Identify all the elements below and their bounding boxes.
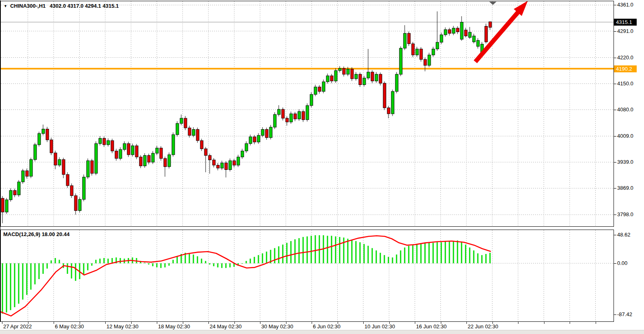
macd-histogram[interactable]	[2, 235, 491, 314]
price-axis-label: 3939.0	[617, 159, 633, 165]
chart-symbol-period: CHINA300-,H1	[10, 3, 46, 9]
current-price-badge: 4315.1	[614, 19, 637, 26]
symbol-dropdown-icon[interactable]: ▼	[4, 4, 7, 8]
time-axis-label: 6 May 02:30	[55, 323, 84, 330]
time-axis-label: 16 Jun 02:30	[416, 323, 447, 330]
candles-layer[interactable]	[1, 11, 492, 223]
hline-price-badge: 4190.2	[614, 65, 637, 72]
macd-chart[interactable]	[1, 230, 614, 321]
time-axis-label: 27 Apr 2022	[3, 323, 32, 330]
macd-axis-label: 48.62	[617, 232, 631, 238]
price-axis-tick	[614, 215, 616, 215]
price-axis-label: 4291.0	[617, 28, 633, 35]
time-axis-tick	[312, 322, 312, 324]
macd-axis-tick	[614, 235, 616, 235]
time-axis-tick	[415, 322, 415, 324]
macd-panel[interactable]: MACD(12,26,9) 18.00 20.44	[0, 230, 614, 322]
macd-indicator-label: MACD(12,26,9) 18.00 20.44	[3, 231, 69, 237]
price-axis-label: 4361.0	[617, 2, 633, 8]
price-axis-label: 4009.0	[617, 133, 633, 139]
price-axis-tick	[614, 84, 616, 84]
time-axis-tick	[466, 322, 467, 324]
time-axis[interactable]: 27 Apr 20226 May 02:3012 May 02:3018 May…	[0, 322, 644, 330]
mt4-chart-window: { "window": { "title_symbol": "CHINA300-…	[0, 0, 644, 334]
time-axis-label: 24 May 02:30	[210, 323, 242, 330]
time-axis-label: 18 May 02:30	[158, 323, 190, 330]
time-axis-label: 30 May 02:30	[261, 323, 293, 330]
window-bottom-strip	[0, 330, 644, 334]
macd-axis-tick	[614, 314, 616, 315]
candlestick-chart[interactable]	[1, 1, 614, 226]
time-axis-tick	[596, 322, 596, 324]
time-axis-tick	[570, 322, 570, 324]
time-axis-label: 10 Jun 02:30	[364, 323, 395, 330]
price-axis-label: 4150.0	[617, 80, 633, 87]
price-axis-tick	[614, 110, 616, 110]
time-axis-tick	[157, 322, 157, 324]
time-axis-tick	[2, 322, 2, 324]
time-axis-label: 12 May 02:30	[106, 323, 139, 330]
chart-title: ▼CHINA300-,H14302.0 4317.0 4294.1 4315.1	[4, 3, 119, 9]
price-axis-tick	[614, 188, 616, 189]
time-axis-tick	[105, 322, 106, 324]
price-axis-label: 4080.0	[617, 106, 633, 113]
price-axis[interactable]: 4315.1 4190.2 4361.04291.04220.04150.040…	[614, 0, 644, 322]
time-axis-tick	[260, 322, 260, 324]
macd-axis-tick	[614, 263, 616, 264]
price-axis-tick	[614, 31, 616, 32]
chart-ohlc-values: 4302.0 4317.0 4294.1 4315.1	[50, 3, 119, 9]
chart-shift-marker-icon	[489, 2, 497, 5]
trend-arrow[interactable]	[475, 1, 528, 62]
price-chart-panel[interactable]: ▼CHINA300-,H14302.0 4317.0 4294.1 4315.1	[0, 1, 614, 227]
time-axis-tick	[544, 322, 544, 324]
price-axis-tick	[614, 162, 616, 163]
macd-axis-label: -87.42	[617, 311, 632, 318]
time-axis-label: 6 Jun 02:30	[313, 323, 340, 330]
time-axis-tick	[363, 322, 364, 324]
time-axis-label: 22 Jun 02:30	[468, 323, 498, 330]
price-axis-label: 4220.0	[617, 54, 633, 61]
price-axis-tick	[614, 136, 616, 137]
price-axis-tick	[614, 5, 616, 5]
price-axis-tick	[614, 58, 616, 58]
price-axis-label: 3869.0	[617, 185, 633, 191]
price-axis-label: 3798.0	[617, 211, 633, 218]
macd-axis-label: 0.00	[617, 260, 627, 267]
time-axis-tick	[518, 322, 518, 324]
time-axis-tick	[54, 322, 54, 324]
time-axis-tick	[208, 322, 209, 324]
